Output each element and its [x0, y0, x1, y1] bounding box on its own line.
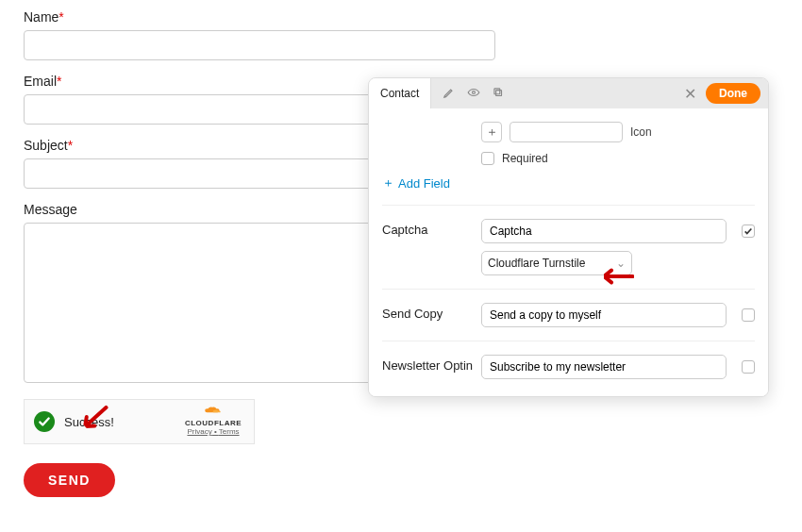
done-button[interactable]: Done	[706, 83, 760, 104]
sendcopy-label-input[interactable]	[481, 303, 727, 327]
icon-field-label: Icon	[630, 125, 652, 139]
pencil-icon[interactable]	[443, 86, 456, 102]
sendcopy-enable-checkbox[interactable]	[742, 308, 755, 322]
eye-icon[interactable]	[467, 86, 480, 102]
icon-slot[interactable]	[510, 122, 623, 142]
close-icon[interactable]: ✕	[675, 85, 706, 103]
annotation-arrow-icon	[604, 266, 634, 290]
sendcopy-section-label: Send Copy	[382, 303, 481, 321]
newsletter-label-input[interactable]	[481, 355, 727, 379]
svg-rect-1	[496, 90, 502, 95]
turnstile-widget: Success! CLOUDFLARE Privacy • Terms	[24, 399, 255, 444]
required-checkbox-label: Required	[502, 152, 548, 165]
copy-icon[interactable]	[492, 86, 505, 102]
send-button[interactable]: SEND	[24, 463, 115, 497]
captcha-label-input[interactable]	[481, 219, 727, 243]
name-input[interactable]	[24, 30, 495, 60]
privacy-link[interactable]: Privacy	[187, 427, 211, 436]
captcha-enable-checkbox[interactable]	[742, 224, 755, 238]
terms-link[interactable]: Terms	[219, 427, 240, 436]
captcha-section-label: Captcha	[382, 219, 481, 237]
tab-contact[interactable]: Contact	[369, 78, 431, 108]
name-label: Name*	[24, 9, 491, 25]
svg-point-0	[473, 91, 476, 93]
required-checkbox[interactable]	[481, 152, 494, 165]
newsletter-enable-checkbox[interactable]	[742, 360, 755, 374]
newsletter-section-label: Newsletter Optin	[382, 355, 481, 373]
svg-rect-2	[494, 88, 500, 93]
icon-add-button[interactable]: ＋	[481, 122, 502, 142]
cloudflare-brand: CLOUDFLARE Privacy • Terms	[180, 404, 246, 436]
success-check-icon	[34, 411, 55, 432]
settings-panel: Contact ✕ Done ＋ Icon Required ＋Add Fiel…	[368, 77, 769, 397]
add-field-button[interactable]: ＋Add Field	[382, 175, 755, 191]
